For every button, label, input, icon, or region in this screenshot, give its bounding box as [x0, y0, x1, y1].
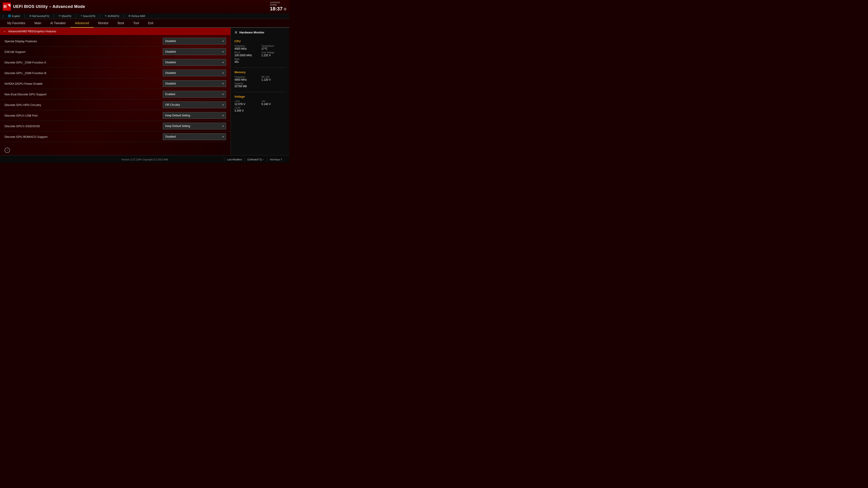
cpu-bclk-block: BCLK 100.0000 MHz: [235, 51, 259, 57]
hpd-dropdown-wrapper: OR CircuitryAND CircuitryDisabled ▼: [163, 101, 226, 108]
my-favorite-button[interactable]: ⊞ MyFavorite(F3): [29, 14, 50, 18]
search-button[interactable]: ? Search(F9): [80, 14, 96, 18]
bomaco-label: Discrete GPU BOMACO Support: [4, 135, 163, 138]
special-display-label: Special Display Features: [4, 39, 163, 43]
nvidia-dgpu-label: NVIDIA DGPU Power Enable: [4, 82, 163, 86]
ez-mode-button[interactable]: EzMode(F7)|→: [245, 158, 267, 162]
nav-main[interactable]: Main: [30, 19, 46, 27]
nvidia-dgpu-select[interactable]: DisabledEnabled: [163, 80, 226, 87]
language-selector[interactable]: 🌐 English: [7, 14, 21, 18]
hw-monitor-title-text: Hardware Monitor: [239, 31, 265, 34]
svg-text:R: R: [4, 4, 7, 9]
cpu-grid: Frequency 4500 MHz Temperature 17°C BCLK…: [235, 45, 286, 64]
monitor-screen-icon: 🖥: [235, 31, 238, 34]
ssid-select[interactable]: Keep Default SettingDisabledEnabled: [163, 123, 226, 129]
nav-ai-tweaker[interactable]: Ai Tweaker: [46, 19, 70, 27]
hw-sep-2: [235, 92, 286, 92]
settings-list: Special Display Features DisabledEnabled…: [0, 35, 230, 145]
bomaco-control: DisabledEnabled ▼: [163, 133, 226, 140]
setting-row-dsm-a: Discrete GPU _DSM Function A DisabledEna…: [0, 57, 230, 68]
nav-my-favorites[interactable]: My Favorites: [3, 19, 30, 27]
favorite-icon: ⊞: [29, 14, 31, 18]
hot-keys-button[interactable]: Hot Keys ?: [267, 158, 285, 162]
setting-row-hpd: Discrete GPU HPD Circuitry OR CircuitryA…: [0, 100, 230, 110]
dsm-a-label: Discrete GPU _DSM Function A: [4, 61, 163, 64]
bomaco-select[interactable]: DisabledEnabled: [163, 133, 226, 140]
hpd-control: OR CircuitryAND CircuitryDisabled ▼: [163, 101, 226, 108]
dsm-a-dropdown-wrapper: DisabledEnabled ▼: [163, 59, 226, 66]
nav-advanced[interactable]: Advanced: [70, 19, 93, 28]
footer: Version 2.22.1284 Copyright (C) 2022 AMI…: [0, 155, 289, 163]
ssid-label: Discrete GPU's SSID/SVID: [4, 125, 163, 128]
d3cold-dropdown-wrapper: DisabledEnabled ▼: [163, 48, 226, 55]
resize-icon: ⊞: [128, 14, 130, 18]
qfan-button[interactable]: ⟳ Qfan(F6): [58, 14, 72, 18]
mem-freq-value: 4800 MHz: [235, 78, 259, 81]
resize-bar-label: ReSize BAR: [131, 15, 145, 18]
date-display: 12/25/2022Sunday: [270, 1, 287, 6]
special-display-select[interactable]: DisabledEnabled: [163, 38, 226, 44]
aura-button[interactable]: ☀ AURA(F4): [104, 14, 120, 18]
last-modified-button[interactable]: Last Modified: [224, 158, 245, 162]
breadcrumb-back-arrow[interactable]: ←: [3, 30, 6, 33]
v33-block: +3.3V 3.344 V: [235, 107, 259, 112]
d3cold-select[interactable]: DisabledEnabled: [163, 48, 226, 55]
bios-title: UEFI BIOS Utility – Advanced Mode: [13, 4, 85, 9]
setting-row-bomaco: Discrete GPU BOMACO Support DisabledEnab…: [0, 131, 230, 142]
header: R UEFI BIOS Utility – Advanced Mode 12/2…: [0, 0, 289, 28]
setting-row-non-eval: Non-Eval Discrete GPU Support DisabledEn…: [0, 89, 230, 100]
usb-select[interactable]: Keep Default SettingDisabledEnabled: [163, 112, 226, 119]
toolbar-sep-3: [76, 14, 76, 18]
cpu-bclk-value: 100.0000 MHz: [235, 54, 259, 57]
nav-monitor[interactable]: Monitor: [94, 19, 113, 27]
ssid-control: Keep Default SettingDisabledEnabled ▼: [163, 123, 226, 129]
main-content: ← Advanced\AMD PBS\Graphics Features Spe…: [0, 28, 289, 155]
voltage-grid: +12V 12.076 V +5V 5.140 V +3.3V 3.344 V: [235, 100, 286, 112]
qfan-icon: ⟳: [59, 14, 61, 18]
toolbar-sep-5: [124, 14, 124, 18]
my-favorite-label: MyFavorite(F3): [32, 15, 49, 18]
globe-icon: 🌐: [8, 14, 11, 18]
cpu-section-title: CPU: [235, 39, 286, 43]
non-eval-dropdown-wrapper: DisabledEnabled ▼: [163, 91, 226, 98]
nav-exit[interactable]: Exit: [144, 19, 158, 27]
dsm-a-select[interactable]: DisabledEnabled: [163, 59, 226, 66]
v33-label: +3.3V: [235, 107, 259, 109]
mem-freq-label: Frequency: [235, 76, 259, 78]
cpu-bclk-label: BCLK: [235, 51, 259, 54]
dsm-b-dropdown-wrapper: DisabledEnabled ▼: [163, 70, 226, 76]
dsm-b-label: Discrete GPU _DSM Function B: [4, 71, 163, 75]
setting-row-ssid: Discrete GPU's SSID/SVID Keep Default Se…: [0, 121, 230, 131]
dsm-a-control: DisabledEnabled ▼: [163, 59, 226, 66]
hw-monitor-title-bar: 🖥 Hardware Monitor: [235, 31, 286, 36]
v5-value: 5.140 V: [261, 103, 286, 106]
cpu-freq-value: 4500 MHz: [235, 47, 259, 51]
content-panel: ← Advanced\AMD PBS\Graphics Features Spe…: [0, 28, 230, 155]
time-display: 18:37: [270, 6, 283, 12]
v12-label: +12V: [235, 100, 259, 103]
v33-value: 3.344 V: [235, 109, 259, 112]
v5-label: +5V: [261, 100, 286, 103]
dsm-b-select[interactable]: DisabledEnabled: [163, 70, 226, 76]
mem-freq-block: Frequency 4800 MHz: [235, 76, 259, 81]
nav-menu: My Favorites Main Ai Tweaker Advanced Mo…: [0, 19, 289, 28]
aura-icon: ☀: [105, 14, 107, 18]
v12-block: +12V 12.076 V: [235, 100, 259, 106]
mem-mcvolt-block: MC Volt 1.120 V: [261, 76, 286, 81]
nvidia-dgpu-control: DisabledEnabled ▼: [163, 80, 226, 87]
footer-actions: Last Modified EzMode(F7)|→ Hot Keys ?: [224, 158, 285, 162]
setting-row-dsm-b: Discrete GPU _DSM Function B DisabledEna…: [0, 68, 230, 78]
nav-tool[interactable]: Tool: [129, 19, 144, 27]
cpu-corevolt-label: Core Voltage: [261, 51, 286, 54]
cpu-ratio-block: Ratio 45x: [235, 58, 259, 64]
info-area: i: [0, 145, 230, 155]
gear-icon[interactable]: ⚙: [283, 7, 287, 11]
resize-bar-button[interactable]: ⊞ ReSize BAR: [127, 14, 146, 18]
nav-boot[interactable]: Boot: [113, 19, 129, 27]
voltage-section-title: Voltage: [235, 95, 286, 98]
hpd-select[interactable]: OR CircuitryAND CircuitryDisabled: [163, 101, 226, 108]
aura-label: AURA(F4): [108, 15, 119, 18]
non-eval-select[interactable]: DisabledEnabled: [163, 91, 226, 98]
cpu-temp-block: Temperature 17°C: [261, 45, 286, 51]
mem-mcvolt-label: MC Volt: [261, 76, 286, 78]
